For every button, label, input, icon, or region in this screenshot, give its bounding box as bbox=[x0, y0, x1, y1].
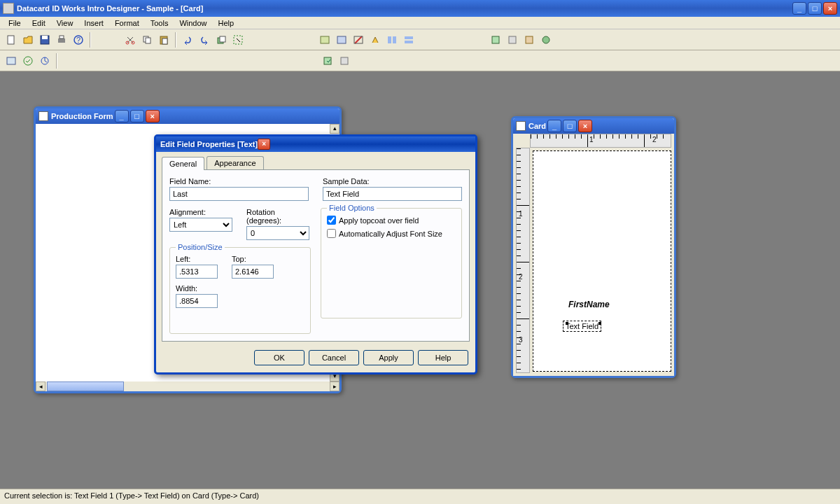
cut-icon[interactable] bbox=[122, 32, 138, 48]
svg-rect-19 bbox=[388, 36, 391, 43]
paste-icon[interactable] bbox=[156, 32, 172, 48]
svg-rect-12 bbox=[162, 38, 167, 44]
card-field-textfield-selected[interactable]: Text Field bbox=[563, 321, 601, 332]
undo-icon[interactable] bbox=[180, 32, 195, 48]
maximize-button[interactable]: □ bbox=[808, 2, 822, 15]
dialog-buttons: OK Cancel Apply Help bbox=[156, 347, 475, 372]
main-title-bar: Datacard ID Works Intro Designer - Sampl… bbox=[0, 0, 840, 17]
help-button[interactable]: Help bbox=[418, 350, 468, 365]
card-canvas[interactable]: FirstName Text Field bbox=[533, 150, 671, 372]
top-input[interactable] bbox=[232, 265, 274, 279]
svg-rect-23 bbox=[492, 36, 499, 43]
field-name-input[interactable] bbox=[169, 187, 309, 201]
minimize-button[interactable]: _ bbox=[792, 2, 806, 15]
svg-point-26 bbox=[542, 36, 550, 43]
tool-b-icon[interactable] bbox=[334, 32, 349, 48]
svg-rect-16 bbox=[321, 36, 329, 43]
prod-hscroll-right[interactable]: ▸ bbox=[330, 382, 340, 391]
svg-rect-29 bbox=[324, 57, 331, 64]
prod-minimize-button[interactable]: _ bbox=[115, 110, 129, 122]
open-icon[interactable] bbox=[20, 32, 36, 48]
svg-rect-3 bbox=[58, 38, 65, 43]
svg-rect-0 bbox=[8, 36, 14, 44]
cancel-button[interactable]: Cancel bbox=[309, 350, 359, 365]
rotation-select[interactable]: 0 bbox=[246, 226, 309, 240]
tool-i-icon[interactable] bbox=[522, 32, 537, 48]
prod-maximize-button[interactable]: □ bbox=[130, 110, 144, 122]
menu-file[interactable]: File bbox=[3, 18, 27, 29]
sec-c-icon[interactable] bbox=[37, 53, 52, 69]
svg-rect-21 bbox=[405, 36, 413, 39]
left-input[interactable] bbox=[176, 265, 218, 279]
close-button[interactable]: × bbox=[823, 2, 837, 15]
card-field-firstname[interactable]: FirstName bbox=[568, 300, 610, 309]
help-icon[interactable]: ? bbox=[71, 32, 86, 48]
topcoat-checkbox[interactable] bbox=[327, 216, 336, 225]
card-titlebar[interactable]: Card _ □ × bbox=[513, 118, 674, 134]
print-icon[interactable] bbox=[54, 32, 69, 48]
card-close-button[interactable]: × bbox=[578, 120, 592, 132]
apply-button[interactable]: Apply bbox=[363, 350, 414, 365]
save-icon[interactable] bbox=[37, 32, 52, 48]
autofont-checkbox[interactable] bbox=[327, 229, 336, 238]
svg-rect-20 bbox=[393, 36, 396, 43]
field-name-label: Field Name: bbox=[169, 177, 309, 186]
sec-b-icon[interactable] bbox=[20, 53, 36, 69]
menu-edit[interactable]: Edit bbox=[27, 18, 51, 29]
ruler-h-2: 2 bbox=[652, 136, 657, 144]
menu-tools[interactable]: Tools bbox=[145, 18, 174, 29]
menu-format[interactable]: Format bbox=[109, 18, 145, 29]
dialog-tabs: General Appearance bbox=[156, 152, 475, 169]
field-options-group: Field Options Apply topcoat over field A… bbox=[321, 208, 462, 318]
card-minimize-button[interactable]: _ bbox=[547, 120, 561, 132]
position-size-legend: Position/Size bbox=[176, 243, 225, 251]
ok-button[interactable]: OK bbox=[254, 350, 304, 365]
card-title: Card bbox=[528, 122, 546, 130]
dialog-tab-body: Field Name: Sample Data: Alignment: Left bbox=[162, 169, 470, 342]
app-title: Datacard ID Works Intro Designer - Sampl… bbox=[17, 4, 203, 13]
menu-window[interactable]: Window bbox=[174, 18, 212, 29]
menu-insert[interactable]: Insert bbox=[78, 18, 109, 29]
production-form-titlebar[interactable]: Production Form _ □ × bbox=[36, 108, 340, 124]
menu-view[interactable]: View bbox=[51, 18, 79, 29]
select-icon[interactable] bbox=[230, 32, 246, 48]
dialog-close-button[interactable]: × bbox=[258, 139, 270, 150]
redo-icon[interactable] bbox=[197, 32, 212, 48]
sec-e-icon[interactable] bbox=[337, 53, 352, 69]
prod-hscroll-left[interactable]: ◂ bbox=[36, 382, 46, 391]
prod-hscroll-thumb[interactable] bbox=[47, 382, 124, 391]
tool-e-icon[interactable] bbox=[384, 32, 400, 48]
tab-appearance[interactable]: Appearance bbox=[206, 156, 263, 169]
menu-help[interactable]: Help bbox=[213, 18, 240, 29]
svg-rect-2 bbox=[42, 36, 48, 39]
new-icon[interactable] bbox=[4, 32, 19, 48]
tool-j-icon[interactable] bbox=[538, 32, 554, 48]
card-maximize-button[interactable]: □ bbox=[563, 120, 577, 132]
tool-d-icon[interactable] bbox=[368, 32, 383, 48]
dialog-title: Edit Field Properties [Text] bbox=[160, 140, 258, 148]
tool-f-icon[interactable] bbox=[401, 32, 416, 48]
prod-close-button[interactable]: × bbox=[146, 110, 160, 122]
tool-g-icon[interactable] bbox=[488, 32, 503, 48]
tab-general[interactable]: General bbox=[162, 157, 204, 170]
mdi-workspace: Production Form _ □ × ▴ ▾ ◂ ▸ Card _ □ ×… bbox=[0, 71, 840, 489]
prod-hscroll[interactable]: ◂ ▸ bbox=[36, 382, 340, 391]
copy-icon[interactable] bbox=[139, 32, 155, 48]
svg-rect-4 bbox=[59, 36, 64, 38]
app-icon bbox=[3, 3, 14, 14]
tool-h-icon[interactable] bbox=[505, 32, 520, 48]
bring-front-icon[interactable] bbox=[214, 32, 229, 48]
card-window[interactable]: Card _ □ × 1 2 1 2 3 FirstName Text Fiel… bbox=[511, 116, 676, 378]
sec-a-icon[interactable] bbox=[4, 53, 19, 69]
dialog-titlebar[interactable]: Edit Field Properties [Text] × bbox=[156, 136, 475, 152]
svg-rect-24 bbox=[509, 36, 516, 43]
ruler-horizontal: 1 2 bbox=[530, 134, 671, 148]
tool-c-icon[interactable] bbox=[351, 32, 366, 48]
alignment-select[interactable]: Left bbox=[169, 218, 232, 232]
sec-d-icon[interactable] bbox=[320, 53, 335, 69]
tool-a-icon[interactable] bbox=[317, 32, 332, 48]
sample-data-input[interactable] bbox=[323, 187, 462, 201]
autofont-label: Automatically Adjust Font Size bbox=[339, 230, 442, 238]
width-input[interactable] bbox=[176, 294, 218, 308]
prod-vscroll-up[interactable]: ▴ bbox=[330, 124, 340, 134]
